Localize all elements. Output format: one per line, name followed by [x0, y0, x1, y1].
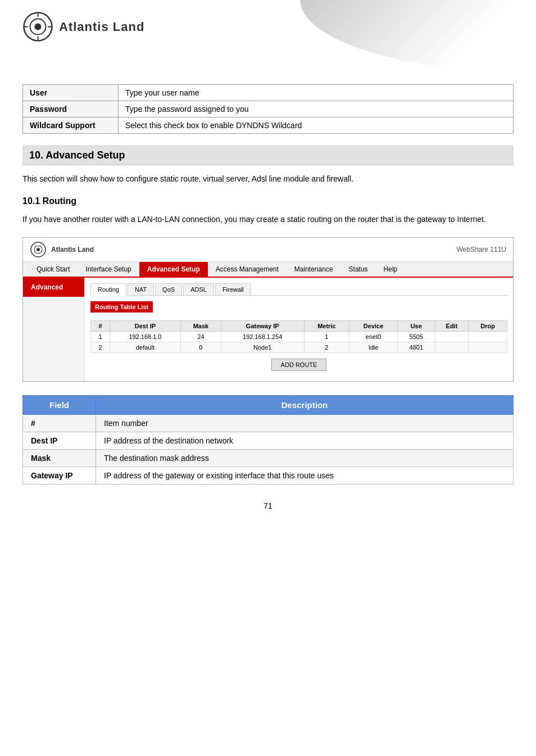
row2-gateway-ip: Node1	[221, 342, 304, 352]
row2-edit	[435, 342, 469, 352]
row2-device: Idle	[349, 342, 398, 352]
field-gateway-ip-desc: IP address of the gateway or existing in…	[96, 467, 514, 484]
row1-metric: 1	[304, 331, 349, 342]
sub-tab-adsl[interactable]: ADSL	[183, 283, 214, 295]
field-mask-desc: The destination mask address	[96, 449, 514, 467]
router-ui-mockup: Atlantis Land WebShare 111U Quick Start …	[22, 237, 514, 382]
sidebar-item-advanced[interactable]: Advanced	[23, 278, 84, 297]
row2-drop	[469, 342, 507, 352]
table-row: 2 default 0 Node1 2 Idle 4801	[91, 342, 507, 352]
credentials-section: User Type your user name Password Type t…	[22, 84, 514, 134]
nav-access-management[interactable]: Access Management	[208, 262, 287, 277]
field-wildcard-label: Wildcard Support	[23, 117, 119, 134]
nav-maintenance[interactable]: Maintenance	[287, 262, 341, 277]
row1-edit	[435, 331, 469, 342]
section-10-intro: This section will show how to configure …	[22, 173, 514, 185]
table-row: # Item number	[23, 414, 514, 432]
field-password-label: Password	[23, 101, 119, 117]
main-content: 10. Advanced Setup This section will sho…	[22, 145, 514, 485]
field-dest-ip-label: Dest IP	[23, 432, 96, 449]
header-curve	[300, 0, 536, 73]
table-row: Gateway IP IP address of the gateway or …	[23, 467, 514, 484]
credentials-table: User Type your user name Password Type t…	[22, 84, 514, 134]
field-col-header: Field	[23, 395, 96, 414]
row2-dest-ip: default	[110, 342, 180, 352]
field-user-value: Type your user name	[119, 85, 514, 101]
nav-quick-start[interactable]: Quick Start	[29, 262, 78, 277]
field-dest-ip-desc: IP address of the destination network	[96, 432, 514, 449]
router-main-area: Routing NAT QoS ADSL Firewall Routing Ta…	[85, 278, 513, 381]
table-row: Dest IP IP address of the destination ne…	[23, 432, 514, 449]
page-number: 71	[0, 501, 536, 510]
router-logo-area: Atlantis Land	[30, 241, 94, 258]
row1-num: 1	[91, 331, 110, 342]
svg-point-9	[37, 248, 40, 251]
sub-tab-routing[interactable]: Routing	[90, 283, 126, 296]
add-route-button[interactable]: ADD ROUTE	[271, 359, 327, 371]
field-num-desc: Item number	[96, 414, 514, 432]
router-sidebar: Advanced	[23, 278, 85, 381]
table-row: User Type your user name	[23, 85, 514, 101]
col-mask: Mask	[180, 320, 221, 331]
table-row: Wildcard Support Select this check box t…	[23, 117, 514, 134]
page-header: Atlantis Land	[0, 0, 536, 73]
field-num-label: #	[23, 414, 96, 432]
row1-drop	[469, 331, 507, 342]
col-edit: Edit	[435, 320, 469, 331]
subsection-10-1-text: If you have another router with a LAN-to…	[22, 213, 514, 225]
row2-use: 4801	[398, 342, 435, 352]
sub-tab-qos[interactable]: QoS	[155, 283, 182, 295]
field-password-value: Type the password assigned to you	[119, 101, 514, 117]
col-drop: Drop	[469, 320, 507, 331]
row1-dest-ip: 192.168.1.0	[110, 331, 180, 342]
svg-point-2	[35, 24, 42, 30]
router-brand-name: Atlantis Land	[51, 246, 94, 253]
col-device: Device	[349, 320, 398, 331]
row2-metric: 2	[304, 342, 349, 352]
sub-tab-firewall[interactable]: Firewall	[215, 283, 251, 295]
row1-device: enet0	[349, 331, 398, 342]
brand-name: Atlantis Land	[59, 20, 144, 34]
field-wildcard-value: Select this check box to enable DYNDNS W…	[119, 117, 514, 134]
desc-col-header: Description	[96, 395, 514, 414]
nav-advanced-setup[interactable]: Advanced Setup	[139, 262, 208, 277]
col-num: #	[91, 320, 110, 331]
col-gateway-ip: Gateway IP	[221, 320, 304, 331]
nav-help[interactable]: Help	[376, 262, 406, 277]
atlantis-land-logo-icon	[22, 11, 53, 42]
field-user-label: User	[23, 85, 119, 101]
col-dest-ip: Dest IP	[110, 320, 180, 331]
router-header: Atlantis Land WebShare 111U	[23, 238, 513, 262]
logo-area: Atlantis Land	[22, 11, 144, 42]
router-nav: Quick Start Interface Setup Advanced Set…	[23, 262, 513, 278]
sub-tab-nat[interactable]: NAT	[128, 283, 154, 295]
nav-interface-setup[interactable]: Interface Setup	[78, 262, 139, 277]
col-use: Use	[398, 320, 435, 331]
router-body: Advanced Routing NAT QoS ADSL Firewall R…	[23, 278, 513, 381]
row1-gateway-ip: 192.168.1.254	[221, 331, 304, 342]
field-description-table: Field Description # Item number Dest IP …	[22, 395, 514, 485]
routing-table-header: Routing Table List	[90, 301, 153, 313]
row1-mask: 24	[180, 331, 221, 342]
router-logo-icon	[30, 241, 47, 258]
section-10-title: 10. Advanced Setup	[22, 145, 514, 166]
field-gateway-ip-label: Gateway IP	[23, 467, 96, 484]
subsection-10-1-title: 10.1 Routing	[22, 196, 514, 206]
webshare-label: WebShare 111U	[457, 246, 507, 253]
table-row: Password Type the password assigned to y…	[23, 101, 514, 117]
nav-status[interactable]: Status	[341, 262, 376, 277]
field-mask-label: Mask	[23, 449, 96, 467]
routing-data-table: # Dest IP Mask Gateway IP Metric Device …	[90, 320, 507, 353]
col-metric: Metric	[304, 320, 349, 331]
table-row: 1 192.168.1.0 24 192.168.1.254 1 enet0 5…	[91, 331, 507, 342]
row2-mask: 0	[180, 342, 221, 352]
row1-use: 5505	[398, 331, 435, 342]
row2-num: 2	[91, 342, 110, 352]
sub-tabs: Routing NAT QoS ADSL Firewall	[90, 283, 507, 296]
table-row: Mask The destination mask address	[23, 449, 514, 467]
